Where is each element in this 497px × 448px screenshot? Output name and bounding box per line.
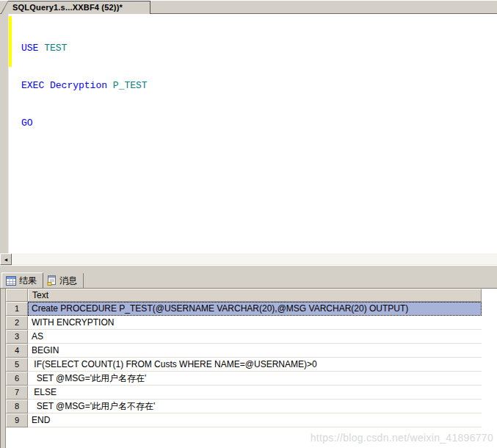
grid-column-header-text[interactable]: Text [28, 289, 482, 302]
grid-row: 7 ELSE [6, 386, 482, 400]
grid-rows-container: 1Create PROCEDURE P_TEST(@USERNAME VARCH… [6, 302, 482, 427]
grid-row: 5 IF(SELECT COUNT(1) FROM Custs WHERE NA… [6, 358, 482, 372]
code-line-2: EXEC Decryption P_TEST [21, 79, 148, 92]
grid-cell-text[interactable]: Create PROCEDURE P_TEST(@USERNAME VARCHA… [28, 302, 482, 316]
editor-indicator-margin [0, 14, 9, 253]
results-tab-bar: 结果 消息 [0, 271, 497, 288]
grid-cell-text[interactable]: BEGIN [28, 344, 482, 358]
grid-cell-text[interactable]: AS [28, 330, 482, 344]
grid-corner-cell[interactable] [6, 289, 28, 302]
sql-identifier: P_TEST [113, 80, 148, 91]
grid-row-header[interactable]: 5 [6, 358, 28, 372]
grid-row: 4BEGIN [6, 344, 482, 358]
grid-row-header[interactable]: 2 [6, 316, 28, 330]
grid-row-header[interactable]: 4 [6, 344, 28, 358]
grid-cell-text[interactable]: ELSE [28, 386, 482, 400]
change-tracking-bar [9, 16, 12, 67]
results-grid: Text 1Create PROCEDURE P_TEST(@USERNAME … [0, 288, 497, 448]
grid-row: 1Create PROCEDURE P_TEST(@USERNAME VARCH… [6, 302, 482, 316]
grid-row-header[interactable]: 6 [6, 372, 28, 386]
grid-row-header[interactable]: 9 [6, 413, 28, 427]
query-document-tab-face: SQLQuery1.s...XXBF4 (52))* [1, 1, 150, 14]
grid-row-header[interactable]: 1 [6, 302, 28, 316]
scroll-left-button[interactable]: ◄ [0, 253, 12, 265]
grid-row: 9END [6, 413, 482, 427]
results-grid-icon [6, 276, 16, 286]
sql-keyword: EXEC Decryption [21, 80, 113, 91]
grid-row: 2WITH ENCRYPTION [6, 316, 482, 330]
tab-results-label: 结果 [19, 275, 37, 287]
pane-splitter[interactable] [0, 265, 497, 271]
tab-messages[interactable]: 消息 [43, 273, 84, 288]
grid-cell-text[interactable]: END [28, 413, 482, 427]
grid-row-header[interactable]: 3 [6, 330, 28, 344]
sql-identifier: TEST [44, 43, 67, 54]
sql-editor[interactable]: USE TEST EXEC Decryption P_TEST GO [0, 14, 497, 253]
code-line-3: GO [21, 117, 148, 129]
grid-row: 8 SET @MSG='此用户名不存在' [6, 400, 482, 413]
left-arrow-icon: ◄ [4, 257, 9, 262]
document-tab-strip: SQLQuery1.s...XXBF4 (52))* [0, 0, 497, 14]
grid-left-margin [1, 289, 6, 448]
grid-row: 3AS [6, 330, 482, 344]
messages-icon [47, 275, 57, 286]
query-document-tab[interactable]: SQLQuery1.s...XXBF4 (52))* [1, 1, 150, 14]
sql-keyword: USE [21, 43, 44, 54]
scrollbar-track[interactable] [12, 253, 497, 265]
grid-row: 6 SET @MSG='此用户名存在' [6, 372, 482, 386]
query-tab-title: SQLQuery1.s...XXBF4 (52))* [1, 1, 150, 14]
results-grid-table: Text 1Create PROCEDURE P_TEST(@USERNAME … [6, 289, 482, 448]
results-pane: 结果 消息 Text 1Create PROCEDU [0, 271, 497, 448]
tab-results[interactable]: 结果 [1, 272, 43, 288]
grid-row-header[interactable]: 7 [6, 386, 28, 400]
tab-messages-label: 消息 [59, 275, 77, 287]
grid-cell-text[interactable]: WITH ENCRYPTION [28, 316, 482, 330]
grid-header-row: Text [6, 289, 482, 302]
grid-cell-text[interactable]: SET @MSG='此用户名存在' [28, 372, 482, 386]
sql-keyword: GO [21, 118, 33, 129]
ssms-window: SQLQuery1.s...XXBF4 (52))* USE TEST EXEC… [0, 0, 497, 271]
code-line-1: USE TEST [21, 42, 148, 54]
grid-cell-text[interactable]: SET @MSG='此用户名不存在' [28, 400, 482, 413]
grid-row-header[interactable]: 8 [6, 400, 28, 413]
code-area[interactable]: USE TEST EXEC Decryption P_TEST GO [21, 17, 148, 154]
grid-cell-text[interactable]: IF(SELECT COUNT(1) FROM Custs WHERE NAME… [28, 358, 482, 372]
editor-horizontal-scrollbar[interactable]: ◄ [0, 253, 497, 265]
